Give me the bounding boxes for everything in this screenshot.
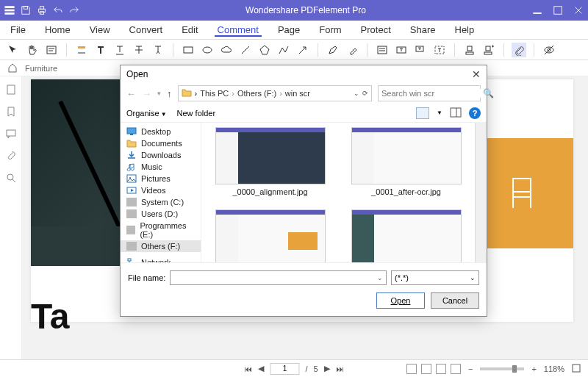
close-icon[interactable] xyxy=(573,5,584,15)
app-menu-icon[interactable] xyxy=(4,5,15,15)
tree-videos[interactable]: Videos xyxy=(121,184,201,196)
line-tool-icon[interactable] xyxy=(238,43,253,57)
page-number-input[interactable] xyxy=(270,363,299,375)
caret-tool-icon[interactable] xyxy=(151,43,165,57)
tree-downloads[interactable]: Downloads xyxy=(121,149,201,161)
file-item[interactable]: _0000_alignment.jpg xyxy=(206,127,334,207)
up-icon[interactable]: ↑ xyxy=(167,88,172,99)
preview-pane-icon[interactable] xyxy=(450,107,462,119)
dialog-search-box[interactable]: 🔍 xyxy=(378,85,481,101)
menu-protect[interactable]: Protect xyxy=(358,23,394,37)
highlight-tool-icon[interactable] xyxy=(74,43,89,57)
organise-button[interactable]: Organise▼ xyxy=(126,109,167,118)
menu-edit[interactable]: Edit xyxy=(179,23,201,37)
typewriter-icon[interactable] xyxy=(432,43,447,57)
dialog-search-input[interactable] xyxy=(381,89,483,98)
menu-file[interactable]: File xyxy=(7,23,29,37)
zoom-out-icon[interactable]: − xyxy=(468,365,473,373)
cloud-tool-icon[interactable] xyxy=(219,43,234,57)
menu-page[interactable]: Page xyxy=(275,23,303,37)
new-folder-button[interactable]: New folder xyxy=(177,109,216,118)
view-single-icon[interactable] xyxy=(406,364,417,374)
next-page-icon[interactable]: ▶ xyxy=(324,364,330,373)
rectangle-tool-icon[interactable] xyxy=(181,43,196,57)
tree-drive-c[interactable]: System (C:) xyxy=(121,196,201,208)
connected-lines-tool-icon[interactable] xyxy=(276,43,291,57)
tree-drive-d[interactable]: Users (D:) xyxy=(121,208,201,220)
pencil-tool-icon[interactable] xyxy=(326,43,340,57)
view-two-icon[interactable] xyxy=(436,364,446,374)
redo-icon[interactable] xyxy=(69,5,79,15)
dialog-close-icon[interactable]: ✕ xyxy=(472,68,481,80)
menu-share[interactable]: Share xyxy=(407,23,439,37)
prev-page-icon[interactable]: ◀ xyxy=(258,364,264,373)
first-page-icon[interactable]: ⏮ xyxy=(244,365,252,373)
view-continuous-icon[interactable] xyxy=(421,364,431,374)
tree-drive-e[interactable]: Programmes (E:) xyxy=(121,220,201,240)
strikethrough-tool-icon[interactable] xyxy=(132,43,146,57)
zoom-slider[interactable] xyxy=(480,367,524,370)
hand-tool-icon[interactable] xyxy=(25,43,40,57)
address-history-dropdown-icon[interactable]: ⌄ xyxy=(354,90,359,97)
bookmarks-panel-icon[interactable] xyxy=(5,106,17,118)
note-tool-icon[interactable] xyxy=(44,43,59,57)
fullscreen-icon[interactable] xyxy=(572,364,581,374)
file-list-scrollbar[interactable] xyxy=(475,123,487,262)
recent-locations-icon[interactable]: ▾ xyxy=(157,90,161,97)
attachment-tool-icon[interactable] xyxy=(512,43,526,57)
menu-comment[interactable]: Comment xyxy=(215,23,262,37)
create-stamp-icon[interactable] xyxy=(481,43,496,57)
callout-icon[interactable] xyxy=(413,43,428,57)
attachments-panel-icon[interactable] xyxy=(5,150,17,162)
search-panel-icon[interactable] xyxy=(5,172,17,184)
document-tab[interactable]: Furniture xyxy=(25,64,57,73)
comments-panel-icon[interactable] xyxy=(5,128,17,140)
save-icon[interactable] xyxy=(21,5,31,15)
crumb-drive[interactable]: Others (F:) xyxy=(237,89,276,98)
file-item[interactable]: _0002_adjust-pane.jpg xyxy=(206,209,334,262)
menu-convert[interactable]: Convert xyxy=(126,23,166,37)
tree-network[interactable]: Network xyxy=(121,256,201,262)
last-page-icon[interactable]: ⏭ xyxy=(336,365,344,373)
undo-icon[interactable] xyxy=(53,5,63,15)
oval-tool-icon[interactable] xyxy=(200,43,215,57)
file-item[interactable]: _0003_add-more.jpg xyxy=(342,209,470,262)
refresh-icon[interactable]: ⟳ xyxy=(362,90,368,97)
tree-drive-f[interactable]: Others (F:) xyxy=(121,240,201,252)
tree-desktop[interactable]: Desktop xyxy=(121,126,201,137)
minimize-icon[interactable] xyxy=(532,5,542,15)
eraser-tool-icon[interactable] xyxy=(345,43,359,57)
select-tool-icon[interactable] xyxy=(6,43,21,57)
tree-pictures[interactable]: Pictures xyxy=(121,173,201,184)
view-dropdown-icon[interactable]: ▼ xyxy=(437,109,442,116)
home-icon[interactable] xyxy=(7,62,18,74)
stamp-tool-icon[interactable] xyxy=(462,43,477,57)
menu-help[interactable]: Help xyxy=(452,23,478,37)
change-view-icon[interactable] xyxy=(416,107,429,119)
filename-dropdown-icon[interactable]: ⌄ xyxy=(377,274,383,281)
hide-annotations-icon[interactable] xyxy=(542,43,556,57)
menu-form[interactable]: Form xyxy=(316,23,344,37)
address-bar[interactable]: › This PC › Others (F:) › win scr ⌄ ⟳ xyxy=(178,85,373,101)
thumbnails-panel-icon[interactable] xyxy=(5,84,17,96)
forward-icon[interactable]: → xyxy=(142,88,151,99)
search-icon[interactable]: 🔍 xyxy=(483,88,494,98)
back-icon[interactable]: ← xyxy=(126,88,136,99)
text-insert-icon[interactable] xyxy=(93,43,108,57)
view-two-continuous-icon[interactable] xyxy=(451,364,461,374)
tree-documents[interactable]: Documents xyxy=(121,137,201,149)
file-item[interactable]: _0001_after-ocr.jpg xyxy=(342,127,470,207)
menu-home[interactable]: Home xyxy=(42,23,74,37)
print-icon[interactable] xyxy=(37,5,47,15)
text-box-icon[interactable] xyxy=(394,43,409,57)
cancel-button[interactable]: Cancel xyxy=(431,292,479,309)
menu-view[interactable]: View xyxy=(87,23,113,37)
polygon-tool-icon[interactable] xyxy=(257,43,272,57)
arrow-tool-icon[interactable] xyxy=(295,43,310,57)
open-button[interactable]: Open xyxy=(376,292,425,309)
underline-tool-icon[interactable] xyxy=(112,43,127,57)
help-icon[interactable]: ? xyxy=(469,107,481,119)
crumb-folder[interactable]: win scr xyxy=(285,89,310,98)
filename-input[interactable]: ⌄ xyxy=(170,270,387,285)
file-filter-dropdown[interactable]: (*.*)⌄ xyxy=(391,270,479,285)
